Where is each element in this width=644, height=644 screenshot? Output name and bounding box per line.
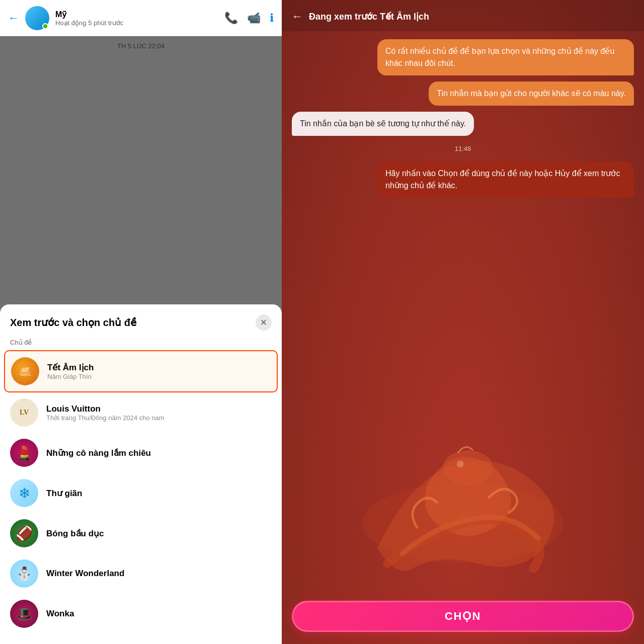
girly-theme-text: Những cô nàng lắm chiêu (46, 448, 151, 458)
section-label: Chủ đề (0, 337, 282, 350)
contact-name: Mỹ (55, 10, 218, 19)
right-back-icon[interactable]: ← (292, 10, 303, 23)
message-bubble-5: Hãy nhấn vào Chọn để dùng chủ đề này hoặ… (377, 162, 634, 198)
message-row-1: Có rất nhiều chủ đề để bạn lựa chọn và n… (292, 39, 634, 75)
girly-name: Những cô nàng lắm chiêu (46, 448, 151, 458)
message-bubble-3: Tin nhắn của bạn bè sẽ tương tự như thế … (292, 112, 474, 136)
header-info: Mỹ Hoạt động 5 phút trước (55, 10, 218, 27)
theme-item-girly[interactable]: 💄 Những cô nàng lắm chiêu (0, 433, 282, 473)
lv-name: Louis Vuitton (46, 404, 165, 414)
tet-icon (11, 357, 39, 385)
tet-theme-text: Tết Âm lịch Năm Giáp Thìn (47, 362, 94, 380)
avatar (25, 6, 49, 30)
svg-point-2 (26, 367, 28, 369)
girly-icon: 💄 (10, 439, 38, 467)
theme-item-lv[interactable]: LV Louis Vuitton Thời trang Thu/Đông năm… (0, 392, 282, 433)
modal-title: Xem trước và chọn chủ đề (10, 316, 136, 329)
modal-header: Xem trước và chọn chủ đề × (0, 314, 282, 337)
left-panel: ← Mỹ Hoạt động 5 phút trước 📞 📹 ℹ TH 5 L… (0, 0, 282, 644)
message-row-5: Hãy nhấn vào Chọn để dùng chủ đề này hoặ… (292, 162, 634, 198)
message-bubble-1: Có rất nhiều chủ đề để bạn lựa chọn và n… (377, 39, 634, 75)
theme-picker-sheet: Xem trước và chọn chủ đề × Chủ đề (0, 304, 282, 644)
lv-subtitle: Thời trang Thu/Đông năm 2024 cho nam (46, 414, 165, 422)
theme-item-tet[interactable]: Tết Âm lịch Năm Giáp Thìn (4, 350, 278, 392)
online-indicator (42, 23, 48, 29)
football-name: Bóng bầu dục (46, 528, 104, 539)
winter-name: Winter Wonderland (46, 569, 124, 579)
football-icon: 🏈 (10, 519, 38, 547)
wonka-theme-text: Wonka (46, 609, 74, 619)
tet-subtitle: Năm Giáp Thìn (47, 373, 94, 380)
theme-item-football[interactable]: 🏈 Bóng bầu dục (0, 513, 282, 553)
lv-icon: LV (10, 398, 38, 427)
message-bubble-2: Tin nhắn mà bạn gửi cho người khác sẽ có… (429, 82, 634, 106)
football-theme-text: Bóng bầu dục (46, 528, 104, 539)
chon-button[interactable]: CHỌN (292, 601, 634, 632)
wonka-name: Wonka (46, 609, 74, 619)
message-time: 11:48 (292, 145, 634, 152)
chat-header: ← Mỹ Hoạt động 5 phút trước 📞 📹 ℹ (0, 0, 282, 36)
video-icon[interactable]: 📹 (247, 12, 261, 25)
modal-overlay: Xem trước và chọn chủ đề × Chủ đề (0, 36, 282, 644)
winter-icon: ⛄ (10, 559, 38, 588)
right-header: ← Đang xem trước Tết Âm lịch (282, 0, 644, 31)
theme-item-relax[interactable]: ❄ Thư giãn (0, 473, 282, 513)
winter-theme-text: Winter Wonderland (46, 569, 124, 579)
wonka-icon: 🎩 (10, 600, 38, 628)
lv-theme-text: Louis Vuitton Thời trang Thu/Đông năm 20… (46, 404, 165, 422)
message-row-3: Tin nhắn của bạn bè sẽ tương tự như thế … (292, 112, 634, 136)
modal-close-button[interactable]: × (256, 314, 272, 331)
relax-theme-text: Thư giãn (46, 488, 82, 499)
back-arrow-icon[interactable]: ← (8, 12, 19, 25)
chat-area: TH 5 LÚC 22:04 Xem trước và chọn chủ đề … (0, 36, 282, 644)
message-row-2: Tin nhắn mà bạn gửi cho người khác sẽ có… (292, 82, 634, 106)
contact-status: Hoạt động 5 phút trước (55, 19, 218, 27)
theme-item-wonka[interactable]: 🎩 Wonka (0, 594, 282, 634)
tet-name: Tết Âm lịch (47, 362, 94, 373)
messages-area: Có rất nhiều chủ đề để bạn lựa chọn và n… (282, 31, 644, 593)
phone-icon[interactable]: 📞 (224, 12, 238, 25)
relax-icon: ❄ (10, 479, 38, 507)
header-icons: 📞 📹 ℹ (224, 12, 274, 25)
bottom-bar: CHỌN (282, 593, 644, 644)
right-panel-title: Đang xem trước Tết Âm lịch (309, 11, 429, 22)
info-icon[interactable]: ℹ (270, 12, 274, 25)
relax-name: Thư giãn (46, 488, 82, 499)
right-panel: ← Đang xem trước Tết Âm lịch Có rất nhiề… (282, 0, 644, 644)
theme-item-winter[interactable]: ⛄ Winter Wonderland (0, 553, 282, 594)
